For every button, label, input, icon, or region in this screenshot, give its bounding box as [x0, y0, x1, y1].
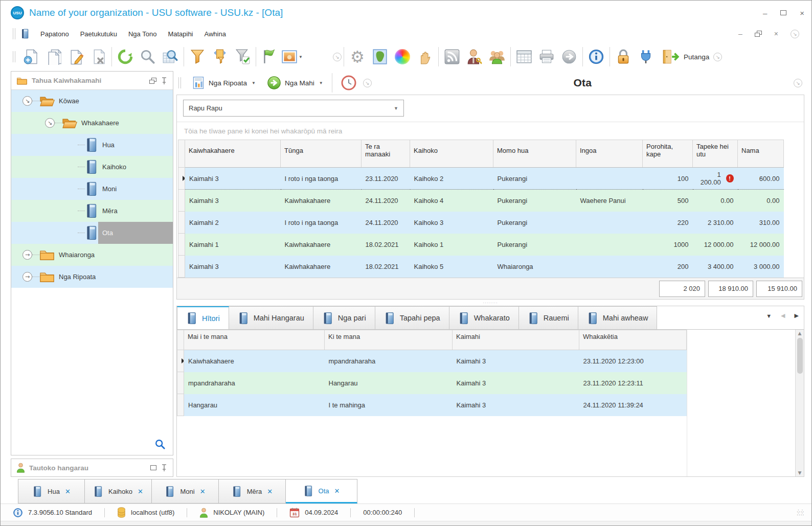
lock-button[interactable]	[612, 45, 635, 68]
col-te-ra-manaaki[interactable]: Te ra manaaki	[362, 140, 410, 168]
doctab-mera[interactable]: Mēra ✕	[219, 479, 286, 504]
history-scrollbar[interactable]: ▲ ▼	[795, 330, 804, 476]
doctab-kaihoko[interactable]: Kaihoko ✕	[85, 479, 152, 504]
resize-grip[interactable]: ∴∴∴∴	[797, 510, 804, 516]
tab-list-dropdown-icon[interactable]: ▼	[766, 313, 772, 319]
scroll-down-icon[interactable]: ▼	[798, 470, 802, 475]
pan-button[interactable]	[414, 45, 436, 68]
scroll-up-icon[interactable]: ▲	[798, 331, 802, 336]
col-mai-i-te-mana[interactable]: Mai i te mana	[184, 330, 325, 350]
horizontal-splitter[interactable]: ········	[176, 300, 804, 306]
menu-papatono[interactable]: Papatono	[35, 28, 75, 40]
info-button[interactable]	[585, 45, 607, 68]
toolbar-overflow-icon[interactable]: ↘	[713, 53, 722, 61]
menu-grip[interactable]	[13, 28, 15, 39]
support-pin-button[interactable]	[161, 464, 168, 472]
search-button[interactable]	[137, 45, 159, 68]
delete-record-button[interactable]	[87, 45, 109, 68]
close-icon[interactable]: ✕	[267, 488, 273, 495]
sidebar-restore-button[interactable]	[149, 78, 156, 84]
search-combo[interactable]: Rapu Rapu ▼	[183, 100, 404, 117]
tab-hitori[interactable]: Hītori	[177, 306, 229, 329]
tree-item-whaiaronga[interactable]: → Whaiaronga	[11, 244, 173, 266]
toolbar-grip[interactable]	[13, 51, 15, 62]
col-ingoa[interactable]: Ingoa	[576, 140, 643, 168]
refresh-button[interactable]	[114, 45, 137, 68]
col-kaihoko[interactable]: Kaihoko	[410, 140, 493, 168]
export-button[interactable]	[558, 45, 580, 68]
print-button[interactable]	[535, 45, 558, 68]
tree-item-hua[interactable]: Hua	[11, 134, 173, 156]
mdi-close-button[interactable]: ×	[774, 30, 778, 38]
actionbar-grip[interactable]	[178, 77, 181, 88]
image-dropdown-caret[interactable]: ▼	[299, 55, 303, 59]
tree-item-mera[interactable]: Mēra	[11, 200, 173, 222]
tab-scroll-left-icon[interactable]: ◀	[781, 312, 785, 319]
search-table-button[interactable]	[159, 45, 182, 68]
scroll-thumb[interactable]	[797, 338, 803, 374]
expand-node-icon[interactable]: →	[22, 250, 32, 260]
menu-paetukutuku[interactable]: Paetukutuku	[75, 28, 123, 40]
tree-item-nga-ripoata[interactable]: → Nga Ripoata	[11, 266, 173, 288]
tree-item-kowae[interactable]: ↘ Kōwae	[11, 90, 173, 112]
tab-mahi-awheawhe[interactable]: Mahi awheaw	[578, 306, 658, 329]
chevron-down-icon[interactable]: ▼	[394, 106, 398, 111]
mdi-minimize-button[interactable]: –	[738, 30, 742, 38]
col-momo-hua[interactable]: Momo hua	[493, 140, 576, 168]
sidebar-pin-button[interactable]	[161, 77, 168, 85]
menu-awhina[interactable]: Awhina	[199, 28, 232, 40]
table-view-button[interactable]	[513, 45, 535, 68]
table-row[interactable]: Kaimahi 3 Kaiwhakahaere 24.11.2020 Kaiho…	[178, 190, 784, 212]
col-kaiwhakahaere[interactable]: Kaiwhakahaere	[185, 140, 281, 168]
table-row[interactable]: Kaimahi 3 Kaiwhakahaere 18.02.2021 Kaiho…	[178, 256, 784, 278]
tab-mahi-hangarau[interactable]: Mahi Hangarau	[229, 306, 313, 329]
users-group-button[interactable]	[486, 45, 508, 68]
support-panel-header[interactable]: Tautoko hangarau	[11, 459, 173, 477]
actionbar-overflow-icon[interactable]: ↘	[363, 79, 372, 87]
tasks-menu-button[interactable]: Nga Mahi▼	[262, 73, 328, 93]
color-theme-button[interactable]	[391, 45, 414, 68]
tab-rauemi[interactable]: Rauemi	[519, 306, 578, 329]
map-button[interactable]	[369, 45, 391, 68]
tree-search-icon[interactable]	[154, 439, 166, 450]
doctab-hua[interactable]: Hua ✕	[18, 479, 85, 504]
menu-nga-tono[interactable]: Nga Tono	[123, 28, 162, 40]
col-nama[interactable]: Nama	[738, 140, 784, 168]
table-row[interactable]: Kaimahi 1 Kaiwhakahaere 18.02.2021 Kaiho…	[178, 234, 784, 256]
mdi-collapse-icon[interactable]: ↘	[791, 30, 799, 38]
reports-menu-button[interactable]: Nga Ripoata▼	[187, 74, 260, 92]
collapse-node-icon[interactable]: ↘	[45, 118, 55, 128]
close-icon[interactable]: ✕	[138, 488, 143, 495]
window-maximize-button[interactable]	[780, 10, 786, 15]
col-tapeke-hei-utu[interactable]: Tapeke hei utu	[693, 140, 738, 168]
tab-tapahi-pepa[interactable]: Tapahi pepa	[375, 306, 449, 329]
settings-button[interactable]: ⚙	[346, 45, 369, 68]
scheduler-button[interactable]	[336, 73, 361, 93]
tab-whakarato[interactable]: Whakarato	[449, 306, 519, 329]
doctab-moni[interactable]: Moni ✕	[152, 479, 219, 504]
image-button[interactable]: ▼	[281, 45, 303, 68]
window-minimize-button[interactable]: –	[763, 9, 767, 17]
tree-item-kaihoko[interactable]: Kaihoko	[11, 156, 173, 178]
tree-item-ota-selected[interactable]: Ota	[11, 222, 173, 244]
table-row[interactable]: Kaimahi 3 I roto i nga taonga 23.11.2020…	[178, 168, 784, 190]
new-record-button[interactable]	[19, 45, 42, 68]
tab-nga-pari[interactable]: Nga pari	[313, 306, 375, 329]
window-close-button[interactable]: ×	[800, 9, 804, 17]
history-row[interactable]: mpandraharaha Hangarau Kaimahi 3 23.11.2…	[177, 372, 687, 394]
close-icon[interactable]: ✕	[334, 487, 340, 495]
col-porohita-kape[interactable]: Porohita, kape	[643, 140, 693, 168]
col-kaimahi[interactable]: Kaimahi	[453, 330, 579, 350]
col-whakaketia[interactable]: Whakakētia	[579, 330, 687, 350]
close-icon[interactable]: ✕	[65, 488, 71, 495]
filter-by-column-button[interactable]	[209, 45, 231, 68]
edit-record-button[interactable]	[64, 45, 87, 68]
tree-item-whakahaere[interactable]: ↘ Whakahaere	[11, 112, 173, 134]
exit-button[interactable]: Putanga	[657, 47, 713, 67]
support-maximize-button[interactable]	[150, 465, 156, 470]
flag-button[interactable]	[258, 45, 281, 68]
title-overflow-icon[interactable]: ↘	[794, 79, 802, 87]
plugin-button[interactable]	[635, 45, 657, 68]
col-tunga[interactable]: Tūnga	[281, 140, 362, 168]
feed-button[interactable]	[441, 45, 463, 68]
